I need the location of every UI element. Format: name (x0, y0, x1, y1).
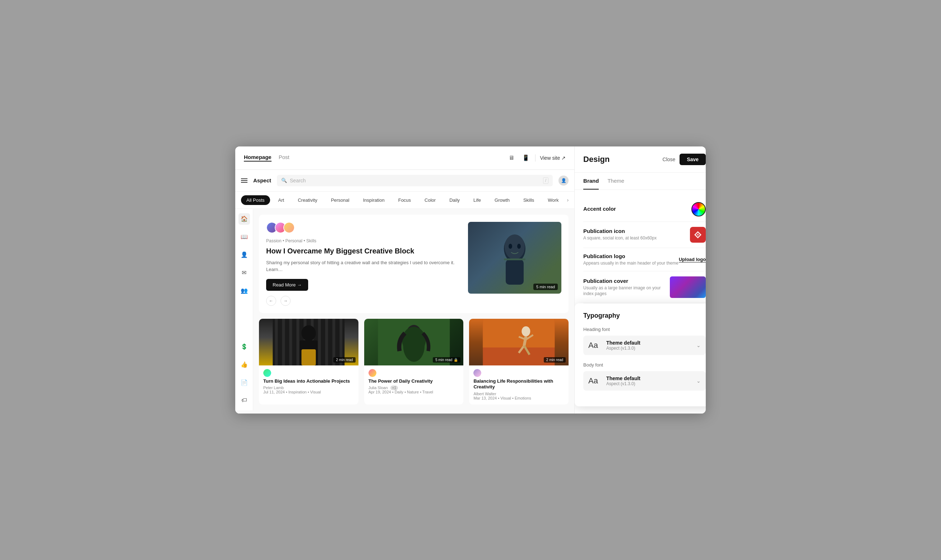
filter-color[interactable]: Color (419, 195, 441, 205)
top-bar-icons: 🖥 📱 View site ↗ (507, 153, 566, 163)
site-nav: Aspect 🔍 Search / 👤 (235, 170, 574, 192)
site-content: Aspect 🔍 Search / 👤 All Posts Art Creati… (235, 170, 574, 414)
site-logo: Aspect (253, 177, 271, 183)
heading-font-chevron-icon: ⌄ (696, 343, 701, 348)
publication-cover-desc: Usually as a large banner image on your … (583, 285, 670, 297)
search-shortcut: / (543, 177, 548, 184)
hero-image-svg (493, 229, 536, 286)
prev-arrow[interactable]: ← (266, 296, 276, 306)
desktop-icon[interactable]: 🖥 (507, 153, 516, 163)
publication-icon-desc: A square, social icon, at least 60x60px (583, 235, 690, 241)
hamburger-icon[interactable] (241, 178, 248, 183)
accent-color-label: Accent color (583, 206, 692, 212)
svg-rect-19 (301, 349, 316, 365)
post-author-avatar-2 (368, 369, 376, 377)
post-thumb-3: 2 min read (469, 319, 568, 365)
publication-logo-label: Publication logo (583, 253, 679, 259)
heading-font-sub: Aspect (v1.3.0) (606, 346, 692, 351)
hero-image (468, 222, 561, 294)
filter-daily[interactable]: Daily (444, 195, 465, 205)
filter-inspiration[interactable]: Inspiration (358, 195, 390, 205)
publication-logo-row: Publication logo Appears usually in the … (583, 248, 706, 272)
tab-brand[interactable]: Brand (583, 173, 599, 189)
sidebar-book-icon[interactable]: 📖 (239, 231, 250, 243)
accent-color-info: Accent color (583, 206, 692, 213)
post-info-1: Turn Big Ideas into Actionable Projects … (259, 365, 359, 399)
filter-more-icon[interactable]: › (567, 197, 568, 203)
sidebar-home-icon[interactable]: 🏠 (239, 213, 250, 225)
upload-logo-button[interactable]: Upload logo (679, 257, 706, 262)
post-read-time-2: 5 min read 🔒 (433, 357, 460, 363)
sidebar-profile-icon[interactable]: 👥 (239, 285, 250, 297)
accent-color-picker[interactable] (692, 202, 706, 217)
view-site-button[interactable]: View site ↗ (540, 155, 566, 161)
filter-skills[interactable]: Skills (518, 195, 539, 205)
post-info-3: Balancing Life Responsibilities with Cre… (469, 365, 568, 405)
design-content: Accent color Publication icon A square, … (574, 190, 706, 414)
filter-all-posts[interactable]: All Posts (241, 195, 270, 205)
sidebar-like-icon[interactable]: 👍 (239, 358, 250, 370)
post-author-avatar-3 (473, 369, 481, 377)
body-font-selector[interactable]: Aa Theme default Aspect (v1.3.0) ⌄ (583, 371, 706, 391)
tab-post[interactable]: Post (279, 154, 290, 162)
sidebar-mail-icon[interactable]: ✉ (239, 267, 250, 278)
heading-font-selector[interactable]: Aa Theme default Aspect (v1.3.0) ⌄ (583, 335, 706, 355)
design-tabs: Brand Theme (574, 173, 706, 190)
typography-card: Typography Heading font Aa Theme default… (574, 303, 706, 406)
svg-point-25 (522, 326, 530, 336)
content-area: Passion • Personal • Skills How I Overca… (253, 209, 574, 411)
post-card-1[interactable]: 2 min read Turn Big Ideas into Actionabl… (259, 319, 359, 405)
filter-growth[interactable]: Growth (489, 195, 515, 205)
filter-creativity[interactable]: Creativity (293, 195, 322, 205)
publication-icon-image[interactable] (690, 227, 706, 243)
hero-nav-arrows: ← → (266, 296, 461, 306)
post-title-2: The Power of Daily Creativity (368, 378, 459, 385)
publication-logo-desc: Appears usually in the main header of yo… (583, 260, 679, 266)
hero-image-container: 5 min read (468, 222, 561, 294)
tab-theme[interactable]: Theme (607, 173, 624, 189)
design-panel: Design Close Save Brand Theme Accent col… (574, 146, 706, 414)
nav-avatar[interactable]: 👤 (559, 175, 568, 186)
tab-homepage[interactable]: Homepage (244, 154, 271, 162)
pub-icon-svg (693, 230, 703, 240)
svg-point-2 (505, 234, 525, 260)
publication-cover-row: Publication cover Usually as a large ban… (583, 271, 706, 303)
divider (535, 154, 536, 162)
sidebar-tag-icon[interactable]: 🏷 (239, 394, 250, 406)
publication-cover-image[interactable] (670, 276, 706, 298)
sidebar-user-icon[interactable]: 👤 (239, 249, 250, 261)
filter-work[interactable]: Work (542, 195, 564, 205)
sidebar-doc-icon[interactable]: 📄 (239, 377, 250, 388)
heading-font-label: Heading font (583, 327, 706, 332)
main-layout: 🏠 📖 👤 ✉ 👥 💲 👍 📄 🏷 (235, 209, 574, 411)
post-card-2[interactable]: 5 min read 🔒 The Power of (364, 319, 464, 405)
next-arrow[interactable]: → (280, 296, 291, 306)
hero-title: How I Overcame My Biggest Creative Block (266, 246, 461, 255)
post-author-row-3 (473, 369, 564, 377)
sidebar-icons: 🏠 📖 👤 ✉ 👥 💲 👍 📄 🏷 (235, 209, 253, 411)
post-read-time-3: 2 min read (544, 357, 566, 363)
filter-focus[interactable]: Focus (393, 195, 416, 205)
search-bar[interactable]: 🔍 Search / (277, 175, 553, 186)
close-button[interactable]: Close (663, 157, 676, 162)
hero-description: Sharing my personal story of hitting a c… (266, 259, 461, 273)
post-author-2: Julia Sloan +1 (368, 386, 459, 390)
mobile-icon[interactable]: 📱 (521, 153, 531, 163)
filter-personal[interactable]: Personal (325, 195, 354, 205)
post-card-3[interactable]: 2 min read Balancing Life Responsibiliti… (469, 319, 568, 405)
publication-cover-label: Publication cover (583, 278, 670, 284)
post-author-3: Albert Walter (473, 392, 564, 396)
svg-point-4 (517, 244, 521, 249)
sidebar-dollar-icon[interactable]: 💲 (239, 341, 250, 352)
top-bar: Homepage Post 🖥 📱 View site ↗ (235, 146, 574, 170)
body-font-sub: Aspect (v1.3.0) (606, 381, 692, 386)
filter-art[interactable]: Art (273, 195, 290, 205)
post-author-1: Peter Lamb (263, 386, 354, 390)
post-info-2: The Power of Daily Creativity Julia Sloa… (364, 365, 464, 399)
author-avatars (266, 222, 461, 233)
filter-life[interactable]: Life (468, 195, 486, 205)
publication-cover-info: Publication cover Usually as a large ban… (583, 278, 670, 297)
svg-point-17 (301, 325, 316, 341)
read-more-button[interactable]: Read More → (266, 279, 308, 291)
save-button[interactable]: Save (679, 154, 706, 165)
